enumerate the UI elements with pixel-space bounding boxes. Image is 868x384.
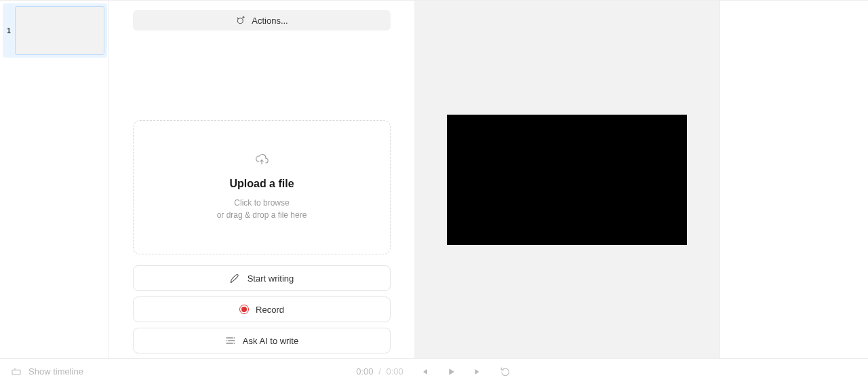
skip-back-button[interactable] bbox=[417, 365, 431, 379]
upload-title: Upload a file bbox=[229, 178, 294, 190]
scene-thumbnail bbox=[15, 6, 104, 55]
play-button[interactable] bbox=[444, 365, 458, 379]
show-timeline-label: Show timeline bbox=[28, 366, 83, 377]
svg-point-3 bbox=[233, 343, 234, 343]
start-writing-button[interactable]: Start writing bbox=[133, 265, 391, 291]
actions-button[interactable]: Actions... bbox=[133, 10, 391, 31]
preview-panel bbox=[414, 1, 720, 358]
record-button[interactable]: Record bbox=[133, 296, 391, 322]
actions-label: Actions... bbox=[252, 16, 288, 26]
skip-forward-button[interactable] bbox=[471, 365, 485, 379]
sparkle-icon bbox=[235, 15, 246, 26]
filter-icon bbox=[225, 335, 236, 346]
duration: 0:00 bbox=[386, 366, 403, 377]
upload-dropzone[interactable]: Upload a file Click to browse or drag & … bbox=[133, 120, 391, 254]
timeline-icon bbox=[11, 366, 22, 377]
cloud-upload-icon bbox=[255, 153, 269, 166]
scene-number: 1 bbox=[5, 27, 12, 35]
record-icon bbox=[239, 305, 249, 314]
loop-button[interactable] bbox=[498, 365, 512, 379]
scene-item-1[interactable]: 1 bbox=[3, 3, 107, 58]
record-label: Record bbox=[256, 305, 284, 315]
ask-ai-button[interactable]: Ask AI to write bbox=[133, 328, 391, 353]
editor-column: Actions... Upload a file Click to browse… bbox=[109, 1, 414, 358]
upload-hint: Click to browse or drag & drop a file he… bbox=[217, 197, 307, 221]
playback-time: 0:00 / 0:00 bbox=[356, 366, 403, 377]
svg-point-1 bbox=[233, 337, 234, 338]
scene-panel: 1 bbox=[0, 1, 109, 358]
pen-icon bbox=[230, 273, 241, 284]
svg-rect-4 bbox=[12, 370, 20, 375]
ask-ai-label: Ask AI to write bbox=[243, 336, 298, 346]
video-preview[interactable] bbox=[447, 115, 687, 245]
start-writing-label: Start writing bbox=[248, 273, 294, 284]
right-gutter bbox=[720, 1, 868, 358]
svg-point-2 bbox=[226, 340, 227, 341]
current-time: 0:00 bbox=[356, 366, 373, 377]
bottom-bar: Show timeline 0:00 / 0:00 bbox=[0, 358, 868, 384]
show-timeline-button[interactable]: Show timeline bbox=[11, 366, 83, 377]
